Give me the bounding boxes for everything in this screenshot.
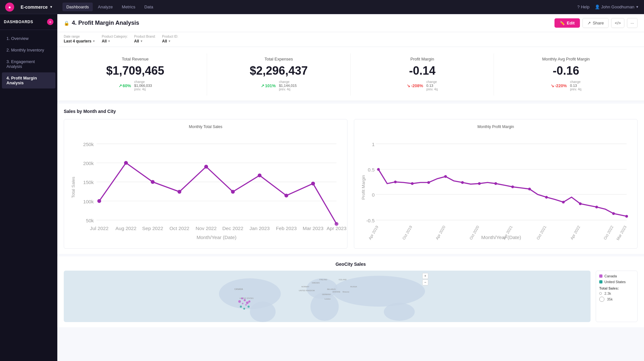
product-category-filter: Product Category: All ▼ bbox=[102, 35, 128, 43]
arrow-up-icon: ↗ bbox=[118, 83, 122, 88]
svg-point-54 bbox=[595, 206, 598, 208]
help-link[interactable]: ? Help bbox=[577, 5, 590, 9]
svg-text:Profit Margin: Profit Margin bbox=[361, 175, 366, 200]
code-button[interactable]: </> bbox=[611, 18, 624, 28]
sidebar-item-profit-margin[interactable]: 4. Profit Margin Analysis bbox=[2, 72, 55, 88]
charts-row: Monthly Total Sales 250k 200k bbox=[64, 119, 638, 249]
arrow-down-icon: ↘ bbox=[407, 83, 410, 88]
date-range-chevron-icon: ▼ bbox=[92, 40, 95, 43]
svg-point-51 bbox=[545, 196, 548, 199]
svg-point-41 bbox=[377, 168, 380, 171]
svg-point-55 bbox=[612, 212, 615, 215]
topbar: ● E-commerce ▼ Dashboards Analyze Metric… bbox=[0, 0, 644, 14]
topbar-nav: Dashboards Analyze Metrics Data bbox=[62, 3, 157, 11]
page-header: 🔒 4. Profit Margin Analysis ✏️ Edit ↗ Sh… bbox=[57, 14, 644, 32]
sidebar-item-engagement[interactable]: 3. Engagement Analysis bbox=[2, 56, 55, 72]
kpi-section: Total Revenue $1,709,465 ↗ 60% change $1… bbox=[57, 47, 644, 101]
date-range-dropdown[interactable]: Last 4 quarters ▼ bbox=[64, 39, 95, 43]
product-id-chevron-icon: ▼ bbox=[168, 40, 171, 43]
app-logo: ● bbox=[5, 3, 14, 12]
svg-text:Oct 2022: Oct 2022 bbox=[169, 226, 189, 231]
monthly-profit-svg: 1 0.5 0 -0.5 Profit Margin bbox=[359, 133, 632, 242]
svg-text:Mar 2023: Mar 2023 bbox=[616, 225, 628, 241]
legend-canada: Canada bbox=[599, 274, 634, 278]
svg-text:Apr 2020: Apr 2020 bbox=[435, 225, 446, 241]
svg-text:Total Sales: Total Sales bbox=[71, 177, 76, 198]
nav-metrics[interactable]: Metrics bbox=[118, 3, 139, 11]
svg-point-56 bbox=[625, 215, 628, 218]
svg-text:BELARUS: BELARUS bbox=[327, 288, 336, 290]
svg-text:Oct 2020: Oct 2020 bbox=[469, 225, 480, 241]
sidebar-nav: 1. Overview 2. Monthly Inventory 3. Enga… bbox=[0, 30, 57, 361]
user-menu[interactable]: 👤 John Goodhuman ▼ bbox=[595, 5, 639, 9]
svg-point-46 bbox=[461, 181, 464, 184]
svg-text:Mar 2023: Mar 2023 bbox=[303, 226, 323, 231]
svg-point-17 bbox=[258, 173, 261, 177]
svg-text:Oct 2021: Oct 2021 bbox=[535, 225, 547, 241]
svg-point-50 bbox=[528, 188, 531, 190]
svg-point-47 bbox=[478, 182, 480, 185]
circle-sm-icon bbox=[599, 292, 602, 295]
legend-circle-sm: 2.3k bbox=[599, 292, 634, 295]
svg-text:Dec 2022: Dec 2022 bbox=[223, 226, 243, 231]
svg-point-49 bbox=[511, 185, 514, 188]
svg-text:Month/Year (Date): Month/Year (Date) bbox=[196, 235, 236, 240]
svg-point-13 bbox=[151, 180, 155, 184]
nav-analyze[interactable]: Analyze bbox=[94, 3, 117, 11]
svg-point-94 bbox=[243, 308, 245, 310]
sidebar-item-monthly-inventory[interactable]: 2. Monthly Inventory bbox=[2, 44, 55, 56]
kpi-profit-margin-meta: ↘ -208% change 0.13 prev. 4q bbox=[357, 80, 488, 91]
svg-text:250k: 250k bbox=[83, 142, 94, 147]
svg-text:−: − bbox=[424, 280, 427, 284]
svg-text:Oct 2019: Oct 2019 bbox=[402, 225, 413, 241]
sidebar: DASHBOARDS + 1. Overview 2. Monthly Inve… bbox=[0, 14, 57, 361]
edit-button[interactable]: ✏️ Edit bbox=[554, 18, 580, 28]
page-title-area: 🔒 4. Profit Margin Analysis bbox=[64, 20, 139, 26]
nav-data[interactable]: Data bbox=[140, 3, 157, 11]
sidebar-item-overview[interactable]: 1. Overview bbox=[2, 33, 55, 44]
product-brand-dropdown[interactable]: All ▼ bbox=[134, 39, 156, 43]
svg-point-92 bbox=[241, 297, 243, 299]
kpi-profit-margin: Profit Margin -0.14 ↘ -208% change 0.13 … bbox=[351, 53, 494, 96]
kpi-monthly-avg-profit-margin: Monthly Avg Profit Margin -0.16 ↘ -220% … bbox=[494, 53, 638, 96]
kpi-monthly-avg-change: ↘ -220% bbox=[551, 83, 567, 88]
svg-point-88 bbox=[242, 303, 243, 304]
arrow-down-icon: ↘ bbox=[551, 83, 554, 88]
world-map-svg: CANADA UNITED STATES NORWAY SWEDEN FINLA… bbox=[64, 271, 591, 322]
sidebar-header: DASHBOARDS + bbox=[0, 14, 57, 30]
svg-text:London: London bbox=[325, 298, 331, 300]
svg-point-11 bbox=[97, 199, 101, 203]
add-dashboard-button[interactable]: + bbox=[47, 19, 53, 25]
product-brand-filter: Product Brand: All ▼ bbox=[134, 35, 156, 43]
map-legend: Canada United States Total Sales: 2.3k bbox=[596, 271, 638, 322]
svg-point-89 bbox=[246, 301, 249, 304]
svg-text:0.5: 0.5 bbox=[368, 167, 374, 172]
kpi-profit-margin-change: ↘ -208% bbox=[407, 83, 423, 88]
svg-point-53 bbox=[579, 202, 582, 205]
brand-name[interactable]: E-commerce ▼ bbox=[21, 5, 53, 10]
monthly-sales-svg: 250k 200k 150k 100k 50k Total Sales bbox=[69, 133, 342, 242]
svg-text:Apr 2019: Apr 2019 bbox=[368, 225, 379, 241]
svg-text:UKRAINE: UKRAINE bbox=[332, 291, 340, 293]
svg-text:Aug 2022: Aug 2022 bbox=[116, 226, 137, 231]
more-button[interactable]: ··· bbox=[627, 18, 638, 28]
legend-us: United States bbox=[599, 280, 634, 284]
nav-dashboards[interactable]: Dashboards bbox=[62, 3, 93, 11]
svg-point-16 bbox=[231, 190, 235, 194]
user-chevron-icon: ▼ bbox=[636, 5, 639, 9]
svg-text:CANADA: CANADA bbox=[234, 288, 243, 290]
svg-text:100k: 100k bbox=[83, 199, 94, 204]
svg-point-43 bbox=[411, 182, 413, 185]
svg-point-52 bbox=[562, 201, 564, 203]
svg-text:1: 1 bbox=[372, 142, 374, 147]
sidebar-header-title: DASHBOARDS bbox=[4, 20, 33, 24]
product-id-dropdown[interactable]: All ▼ bbox=[162, 39, 178, 43]
user-icon: 👤 bbox=[595, 5, 600, 9]
date-range-filter: Date range Last 4 quarters ▼ bbox=[64, 35, 95, 43]
svg-text:Nov 2022: Nov 2022 bbox=[196, 226, 217, 231]
svg-point-18 bbox=[284, 194, 288, 198]
svg-text:200k: 200k bbox=[83, 161, 94, 166]
share-button[interactable]: ↗ Share bbox=[582, 18, 609, 28]
product-category-dropdown[interactable]: All ▼ bbox=[102, 39, 128, 43]
kpi-total-expenses-change: ↗ 101% bbox=[261, 83, 276, 88]
